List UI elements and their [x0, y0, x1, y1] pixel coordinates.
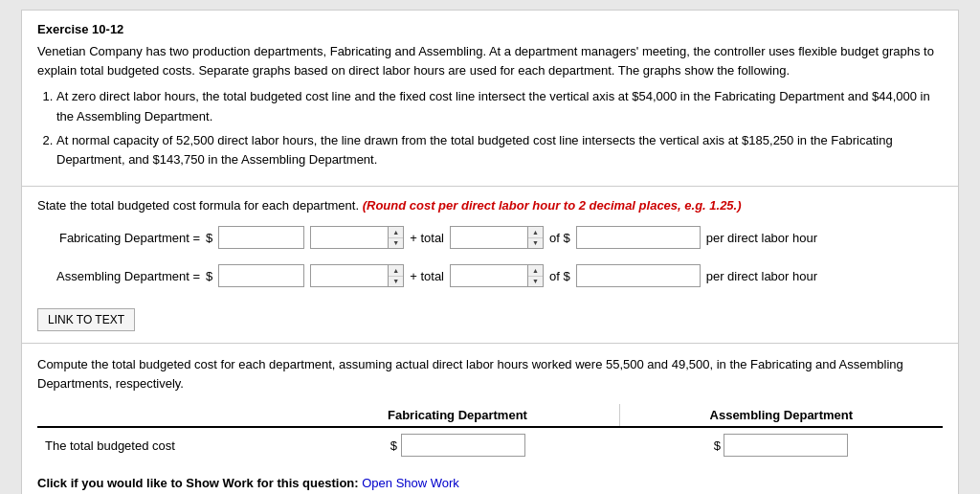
exercise-title: Exercise 10-12 [37, 22, 943, 36]
assem-spinner-input[interactable] [311, 265, 388, 286]
assem-rate-input[interactable] [576, 264, 701, 287]
compute-instruction: Compute the total budgeted cost for each… [37, 355, 943, 393]
assem-fixed-input[interactable] [218, 264, 304, 287]
problem-list: At zero direct labor hours, the total bu… [56, 87, 943, 170]
fab-plus-total: + total [410, 231, 444, 245]
open-show-work-link[interactable]: Open Show Work [362, 476, 459, 490]
fab-spinner-input[interactable] [311, 227, 388, 248]
instruction-text: State the total budgeted cost formula fo… [37, 198, 943, 213]
fab-cost-cell: $ [296, 427, 619, 462]
fab-rate-input[interactable] [576, 226, 701, 249]
table-header-row: Fabricating Department Assembling Depart… [37, 404, 943, 427]
assem-arrow-up-2[interactable]: ▲ [528, 265, 543, 277]
assem-cost-dollar: $ [714, 438, 721, 453]
instruction-plain: State the total budgeted cost formula fo… [37, 198, 359, 213]
intro-text: Venetian Company has two production depa… [37, 42, 943, 79]
problem-section: Exercise 10-12 Venetian Company has two … [22, 11, 958, 187]
fab-arrow-up-2[interactable]: ▲ [528, 227, 543, 238]
fab-arrow-up[interactable]: ▲ [389, 227, 403, 238]
assem-spinner-wrapper-2: ▲ ▼ [450, 264, 544, 287]
fab-spinner-wrapper: ▲ ▼ [310, 226, 404, 249]
show-work-label: Click if you would like to Show Work for… [37, 476, 359, 490]
assem-arrow-down[interactable]: ▼ [389, 277, 403, 287]
link-to-text-button[interactable]: LINK TO TEXT [37, 308, 135, 331]
fab-spinner-input-2[interactable] [451, 227, 527, 248]
fab-per-dlh: per direct labor hour [706, 231, 817, 245]
fabricating-row: Fabricating Department = $ ▲ ▼ + total ▲… [37, 226, 943, 249]
assem-spinner-input-2[interactable] [451, 265, 527, 286]
fab-arrow-down[interactable]: ▼ [389, 238, 403, 249]
assem-arrow-down-2[interactable]: ▼ [528, 277, 543, 287]
assem-label: Assembling Department = [37, 269, 200, 283]
assem-spinner-arrows: ▲ ▼ [388, 265, 403, 286]
dept-table: Fabricating Department Assembling Depart… [37, 404, 943, 462]
assem-plus-total: + total [410, 269, 444, 283]
assem-spinner-arrows-2: ▲ ▼ [527, 265, 543, 286]
fab-of-dollar: of $ [549, 231, 570, 245]
fab-fixed-input[interactable] [218, 226, 304, 249]
assem-arrow-up[interactable]: ▲ [389, 265, 403, 277]
th-fabricating: Fabricating Department [296, 404, 619, 427]
list-item-2: At normal capacity of 52,500 direct labo… [56, 131, 943, 171]
th-empty [37, 404, 296, 427]
assem-cost-cell: $ [619, 427, 943, 462]
formula-section: State the total budgeted cost formula fo… [22, 187, 958, 344]
fab-spinner-wrapper-2: ▲ ▼ [450, 226, 544, 249]
list-item-1: At zero direct labor hours, the total bu… [56, 87, 943, 127]
fab-arrow-down-2[interactable]: ▼ [528, 238, 543, 249]
assem-cost-input[interactable] [724, 434, 848, 457]
row-label: The total budgeted cost [37, 427, 296, 462]
compute-section: Compute the total budgeted cost for each… [22, 344, 958, 494]
fab-dollar-1: $ [206, 231, 212, 245]
assem-of-dollar: of $ [549, 269, 570, 283]
th-assembling: Assembling Department [619, 404, 943, 427]
assem-per-dlh: per direct labor hour [706, 269, 817, 283]
assem-dollar-1: $ [206, 269, 212, 283]
main-container: Exercise 10-12 Venetian Company has two … [21, 10, 959, 494]
show-work-row: Click if you would like to Show Work for… [37, 476, 943, 490]
fab-spinner-arrows: ▲ ▼ [388, 227, 403, 248]
fab-cost-dollar: $ [390, 438, 397, 453]
fab-spinner-arrows-2: ▲ ▼ [527, 227, 543, 248]
assembling-row: Assembling Department = $ ▲ ▼ + total ▲ … [37, 264, 943, 287]
instruction-highlight: (Round cost per direct labor hour to 2 d… [363, 198, 742, 213]
table-row: The total budgeted cost $ $ [37, 427, 943, 462]
assem-spinner-wrapper: ▲ ▼ [310, 264, 404, 287]
fab-label: Fabricating Department = [37, 231, 200, 245]
fab-cost-input[interactable] [401, 434, 525, 457]
